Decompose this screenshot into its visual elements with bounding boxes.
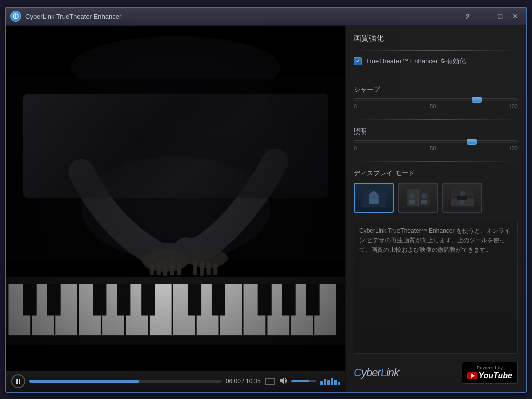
display-mode-label: ディスプレイ モード <box>354 169 518 178</box>
panel-title: 画質強化 <box>354 34 518 43</box>
svg-rect-42 <box>6 26 345 371</box>
svg-point-60 <box>421 193 427 199</box>
app-window: CyberLink TrueTheater Enhancer ? — □ ✕ <box>5 7 527 393</box>
youtube-text: YouTube <box>478 371 512 380</box>
svg-point-54 <box>371 191 376 196</box>
fullscreen-button[interactable] <box>265 378 275 385</box>
close-button[interactable]: ✕ <box>509 11 522 22</box>
title-bar: CyberLink TrueTheater Enhancer ? — □ ✕ <box>6 8 526 26</box>
svg-rect-61 <box>409 200 415 204</box>
description-text: CyberLink TrueTheater™ Enhancer を使うと、オンラ… <box>359 226 512 255</box>
youtube-logo: YouTube <box>467 371 512 380</box>
svg-marker-45 <box>280 378 284 384</box>
sharpness-track[interactable] <box>354 98 518 101</box>
pause-button[interactable] <box>11 374 25 388</box>
powered-by-label: Powered by <box>477 365 503 370</box>
svg-rect-49 <box>331 378 333 385</box>
brightness-numbers: 0 50 100 <box>354 145 518 151</box>
playback-bar: 06:00 / 10:35 <box>6 371 345 392</box>
right-panel: 画質強化 TrueTheater™ Enhancer を有効化 シャープ 0 <box>345 26 526 392</box>
enable-label: TrueTheater™ Enhancer を有効化 <box>366 57 466 66</box>
mode-buttons <box>354 183 518 213</box>
volume-button[interactable] <box>279 377 287 386</box>
svg-point-67 <box>460 191 465 196</box>
svg-rect-62 <box>421 200 427 204</box>
brightness-track[interactable] <box>354 140 518 143</box>
svg-rect-48 <box>327 380 330 385</box>
window-controls: ? — □ ✕ <box>461 11 522 22</box>
section-divider <box>354 78 518 78</box>
svg-rect-44 <box>19 379 20 384</box>
brightness-thumb[interactable] <box>467 139 477 145</box>
display-mode-section: ディスプレイ モード <box>354 169 518 213</box>
svg-rect-47 <box>324 379 326 385</box>
svg-point-59 <box>409 193 415 199</box>
svg-rect-55 <box>369 199 379 204</box>
mode-compare-button[interactable] <box>442 183 482 213</box>
sharpness-numbers: 0 50 100 <box>354 103 518 109</box>
window-title: CyberLink TrueTheater Enhancer <box>25 13 461 20</box>
mode-full-button[interactable] <box>354 183 394 213</box>
mode-split-button[interactable] <box>398 183 438 213</box>
youtube-badge: Powered by YouTube <box>462 362 518 384</box>
sharpness-section: シャープ 0 50 100 <box>354 85 518 109</box>
maximize-button[interactable]: □ <box>494 11 507 22</box>
svg-rect-46 <box>320 381 323 385</box>
video-panel: 06:00 / 10:35 <box>6 26 345 392</box>
minimize-button[interactable]: — <box>479 11 492 22</box>
youtube-icon <box>467 372 477 379</box>
video-area <box>6 26 345 371</box>
svg-rect-50 <box>334 380 337 385</box>
volume-slider[interactable] <box>291 380 316 382</box>
app-icon <box>10 11 21 22</box>
video-frame <box>6 26 345 371</box>
sharpness-divider <box>354 119 518 120</box>
brightness-divider <box>354 161 518 162</box>
brightness-section: 照明 0 50 100 <box>354 127 518 151</box>
brightness-slider-container <box>354 140 518 143</box>
cyberlink-logo: CyberLink <box>354 366 399 379</box>
svg-rect-43 <box>16 379 18 384</box>
enable-row: TrueTheater™ Enhancer を有効化 <box>354 57 518 66</box>
sharpness-thumb[interactable] <box>472 97 482 103</box>
equalizer-icon <box>320 377 340 385</box>
time-display: 06:00 / 10:35 <box>226 378 261 385</box>
branding-row: CyberLink Powered by YouTube <box>354 362 518 384</box>
progress-bar[interactable] <box>29 380 222 383</box>
svg-point-68 <box>460 200 465 205</box>
progress-fill <box>29 380 139 383</box>
content-area: 06:00 / 10:35 <box>6 26 526 392</box>
description-box: CyberLink TrueTheater™ Enhancer を使うと、オンラ… <box>354 221 518 354</box>
sharpness-label: シャープ <box>354 85 518 94</box>
brightness-label: 照明 <box>354 127 518 136</box>
top-divider <box>354 50 518 51</box>
svg-rect-51 <box>338 382 340 385</box>
sharpness-slider-container <box>354 98 518 101</box>
help-button[interactable]: ? <box>461 11 474 22</box>
enable-checkbox[interactable] <box>354 57 362 65</box>
svg-rect-69 <box>457 196 467 200</box>
